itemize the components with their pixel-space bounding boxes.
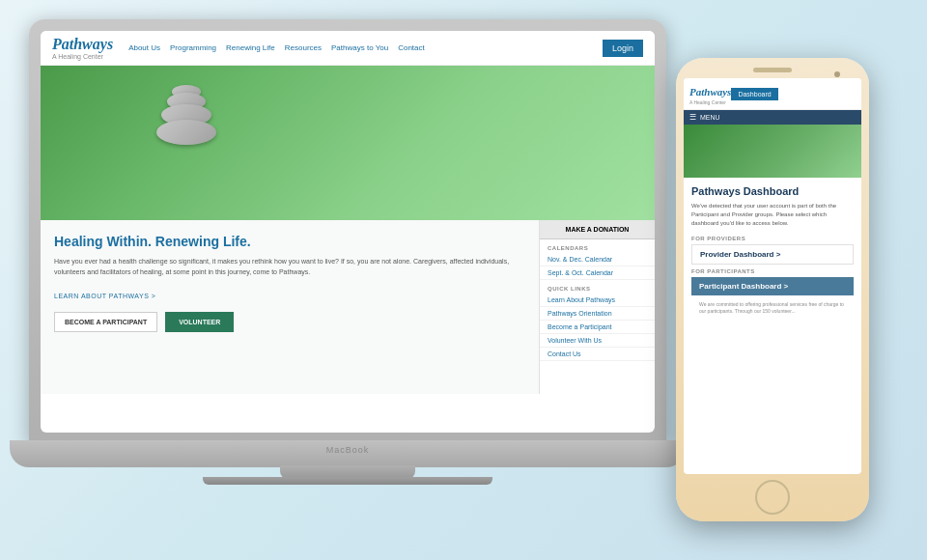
nav-programming[interactable]: Programming	[170, 43, 216, 52]
become-participant-button[interactable]: BECOME A PARTICIPANT	[54, 312, 157, 332]
calendars-title: CALENDARS	[540, 239, 655, 253]
hamburger-icon: ☰	[689, 113, 696, 122]
phone-body: Pathways A Healing Center Dashboard ☰ ME…	[676, 58, 869, 521]
content-sidebar: MAKE A DONATION CALENDARS Nov. & Dec. Ca…	[539, 220, 655, 394]
provider-dashboard-box[interactable]: Provider Dashboard >	[691, 244, 854, 265]
quicklinks-title: QUICK LINKS	[540, 280, 655, 294]
site-content: Healing Within. Renewing Life. Have you …	[41, 220, 655, 394]
phone-mockup: Pathways A Healing Center Dashboard ☰ ME…	[676, 58, 869, 521]
phone-header: Pathways A Healing Center Dashboard	[684, 78, 861, 110]
phone-home-button[interactable]	[755, 480, 790, 515]
phone-logo-area: Pathways A Healing Center	[689, 82, 731, 105]
participant-dashboard-box[interactable]: Participant Dashboard >	[691, 277, 854, 295]
volunteer-button[interactable]: VOLUNTEER	[165, 312, 234, 332]
donation-bar[interactable]: MAKE A DONATION	[540, 220, 655, 239]
nav-renewing[interactable]: Renewing Life	[226, 43, 275, 52]
sidebar-link-3[interactable]: Become a Participant	[540, 321, 655, 334]
phone-providers-label: FOR PROVIDERS	[691, 236, 854, 241]
stone-4	[156, 120, 216, 145]
sidebar-link-4[interactable]: Volunteer With Us	[540, 334, 655, 348]
phone-menu-bar[interactable]: ☰ MENU	[684, 110, 861, 125]
site-logo-area: Pathways A Healing Center	[52, 36, 119, 60]
participant-dashboard-label: Participant Dashboard >	[699, 282, 788, 291]
phone-logo-sub: A Healing Center	[689, 99, 731, 105]
laptop-screen: Pathways A Healing Center About Us Progr…	[41, 31, 655, 433]
nav-about[interactable]: About Us	[128, 43, 160, 52]
content-main: Healing Within. Renewing Life. Have you …	[41, 220, 539, 394]
cta-buttons: BECOME A PARTICIPANT VOLUNTEER	[54, 312, 525, 332]
sidebar-link-5[interactable]: Contact Us	[540, 348, 655, 361]
login-button[interactable]: Login	[603, 40, 643, 57]
phone-dashboard-button[interactable]: Dashboard	[731, 88, 777, 100]
sidebar-link-1[interactable]: Learn About Pathways	[540, 294, 655, 307]
nav-pathways-to-you[interactable]: Pathways to You	[331, 43, 388, 52]
content-text: Have you ever had a health challenge so …	[54, 257, 525, 277]
nav-contact[interactable]: Contact	[398, 43, 425, 52]
site-logo-sub: A Healing Center	[52, 53, 119, 60]
laptop-foot	[203, 477, 492, 485]
site-header: Pathways A Healing Center About Us Progr…	[41, 31, 655, 66]
sidebar-link-2[interactable]: Pathways Orientation	[540, 307, 655, 321]
phone-participants-label: FOR PARTICIPANTS	[691, 268, 854, 274]
phone-content: Pathways Dashboard We've detected that y…	[684, 178, 861, 328]
phone-page-title: Pathways Dashboard	[691, 185, 854, 197]
laptop-base	[10, 440, 686, 467]
phone-hero	[684, 125, 861, 178]
content-title: Healing Within. Renewing Life.	[54, 234, 525, 249]
site-logo: Pathways	[52, 36, 113, 52]
phone-logo: Pathways	[689, 86, 731, 98]
phone-menu-label: MENU	[700, 114, 720, 121]
hero-section	[41, 66, 655, 220]
laptop-body: Pathways A Healing Center About Us Progr…	[29, 19, 666, 444]
phone-footer-text: We are committed to offering professiona…	[691, 295, 854, 321]
laptop-mockup: Pathways A Healing Center About Us Progr…	[29, 19, 686, 541]
phone-speaker	[753, 68, 792, 72]
learn-link[interactable]: LEARN ABOUT PATHWAYS >	[54, 293, 155, 299]
provider-dashboard-label: Provider Dashboard >	[700, 250, 780, 259]
sidebar-calendar-1[interactable]: Nov. & Dec. Calendar	[540, 253, 655, 266]
site-nav: About Us Programming Renewing Life Resou…	[128, 43, 603, 52]
nav-resources[interactable]: Resources	[285, 43, 322, 52]
phone-page-text: We've detected that your user account is…	[691, 202, 854, 228]
sidebar-calendar-2[interactable]: Sept. & Oct. Calendar	[540, 266, 655, 280]
phone-camera	[834, 71, 840, 77]
hero-stones	[156, 85, 216, 145]
phone-screen: Pathways A Healing Center Dashboard ☰ ME…	[684, 78, 861, 474]
